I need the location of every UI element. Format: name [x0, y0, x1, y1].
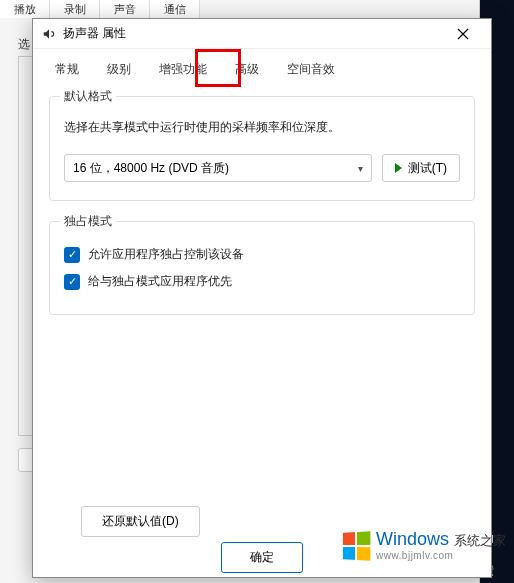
- bg-left-label: 选: [18, 36, 30, 53]
- check-row-allow-exclusive[interactable]: ✓ 允许应用程序独占控制该设备: [64, 246, 460, 263]
- speaker-icon: [41, 26, 57, 42]
- check-label-priority: 给与独占模式应用程序优先: [88, 273, 232, 290]
- close-button[interactable]: [443, 20, 483, 48]
- sample-rate-select[interactable]: 16 位，48000 Hz (DVD 音质) ▾: [64, 154, 372, 182]
- tab-advanced[interactable]: 高级: [223, 55, 271, 84]
- bg-tab-sound[interactable]: 声音: [100, 0, 150, 18]
- bg-tab-comm[interactable]: 通信: [150, 0, 200, 18]
- tab-general[interactable]: 常规: [43, 55, 91, 84]
- watermark-url: www.bjjmlv.com: [376, 550, 506, 561]
- restore-defaults-button[interactable]: 还原默认值(D): [81, 506, 200, 537]
- dialog-tabs: 常规 级别 增强功能 高级 空间音效: [33, 49, 491, 84]
- default-format-legend: 默认格式: [60, 88, 116, 105]
- bg-tab-record[interactable]: 录制: [50, 0, 100, 18]
- background-tabs: 播放 录制 声音 通信: [0, 0, 200, 18]
- tab-levels[interactable]: 级别: [95, 55, 143, 84]
- windows-logo-icon: [343, 531, 370, 560]
- watermark: Windows 系统之家 www.bjjmlv.com: [342, 530, 506, 561]
- tab-enhance[interactable]: 增强功能: [147, 55, 219, 84]
- test-button-label: 测试(T): [408, 160, 447, 177]
- checkbox-allow-exclusive[interactable]: ✓: [64, 247, 80, 263]
- exclusive-mode-group: 独占模式 ✓ 允许应用程序独占控制该设备 ✓ 给与独占模式应用程序优先: [49, 221, 475, 315]
- watermark-sub1: 系统之家: [454, 533, 506, 548]
- check-label-allow: 允许应用程序独占控制该设备: [88, 246, 244, 263]
- close-icon: [457, 28, 469, 40]
- sample-rate-value: 16 位，48000 Hz (DVD 音质): [73, 160, 229, 177]
- watermark-main: Windows: [376, 529, 449, 549]
- exclusive-legend: 独占模式: [60, 213, 116, 230]
- chevron-down-icon: ▾: [358, 163, 363, 174]
- play-icon: [395, 163, 402, 173]
- speaker-properties-dialog: 扬声器 属性 常规 级别 增强功能 高级 空间音效 默认格式 选择在共享模式中运…: [32, 18, 492, 578]
- dialog-content: 默认格式 选择在共享模式中运行时使用的采样频率和位深度。 16 位，48000 …: [33, 84, 491, 347]
- test-button[interactable]: 测试(T): [382, 154, 460, 182]
- check-row-exclusive-priority[interactable]: ✓ 给与独占模式应用程序优先: [64, 273, 460, 290]
- checkbox-exclusive-priority[interactable]: ✓: [64, 274, 80, 290]
- ok-button[interactable]: 确定: [221, 542, 303, 573]
- bg-tab-play[interactable]: 播放: [0, 0, 50, 18]
- dialog-title: 扬声器 属性: [63, 25, 443, 42]
- tab-spatial[interactable]: 空间音效: [275, 55, 347, 84]
- default-format-group: 默认格式 选择在共享模式中运行时使用的采样频率和位深度。 16 位，48000 …: [49, 96, 475, 201]
- titlebar: 扬声器 属性: [33, 19, 491, 49]
- default-format-description: 选择在共享模式中运行时使用的采样频率和位深度。: [64, 119, 460, 136]
